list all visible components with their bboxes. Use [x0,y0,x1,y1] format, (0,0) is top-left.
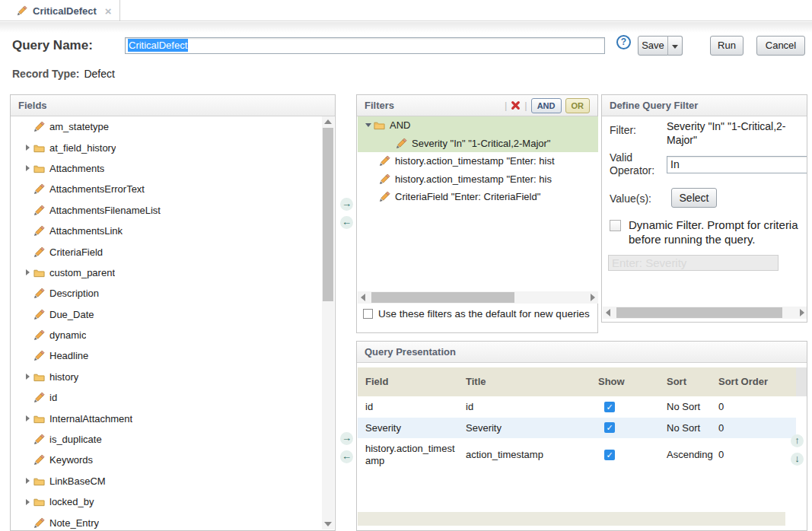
cell-sort[interactable]: Ascending [661,438,715,471]
and-operator-button[interactable]: AND [531,98,562,113]
fields-item-CriteriaField[interactable]: CriteriaField [11,241,321,262]
fields-item-custom_parent[interactable]: custom_parent [11,262,321,283]
filters-tree: ANDSeverity "In" "1-Critical,2-Major"his… [358,116,598,304]
fields-item-Due_Date[interactable]: Due_Date [11,304,321,325]
scroll-up-icon[interactable] [322,116,334,127]
fields-item-history[interactable]: history [11,367,321,387]
fields-item-at_field_history[interactable]: at_field_history [11,137,321,157]
filter-node[interactable]: history.action_timestamp "Enter: his [358,170,598,189]
filters-hscrollbar[interactable] [358,291,598,304]
scroll-down-icon[interactable] [322,519,334,529]
show-checkbox[interactable]: ✓ [604,402,615,412]
fields-item-label: CriteriaField [49,246,103,258]
filter-value: Severity "In" "1-Critical,2-Major" [667,119,807,147]
filter-node[interactable]: CriteriaField "Enter: CriteriaField" [358,188,598,206]
help-icon[interactable]: ? [616,35,631,49]
collapse-icon[interactable] [362,123,374,127]
define-hscrollbar[interactable] [603,307,807,319]
save-dropdown-button[interactable] [667,36,683,56]
expand-icon[interactable] [22,499,33,505]
run-button[interactable]: Run [710,36,744,56]
cell-sort-order[interactable]: 0 [715,418,796,439]
remove-filter-arrow-icon[interactable]: ← [340,216,353,229]
fields-item-Description[interactable]: Description [11,283,321,304]
filters-hscrollbar-thumb[interactable] [371,292,514,303]
fields-panel: Fields am_statetypeat_field_historyAttac… [10,94,336,531]
pencil-icon [33,309,45,320]
filter-node-label: history.action_timestamp "Enter: his [395,173,552,185]
fields-item-id[interactable]: id [11,387,321,408]
presentation-row[interactable]: idid✓No Sort0 [358,396,796,418]
pencil-icon [33,434,45,445]
remove-display-field-arrow-icon[interactable]: ← [340,450,353,463]
fields-item-Attachments[interactable]: Attachments [11,158,321,179]
cell-sort[interactable]: No Sort [661,418,715,439]
query-name-input[interactable]: CriticalDefect [125,37,605,54]
fields-item-locked_by[interactable]: locked_by [11,491,321,512]
default-filters-checkbox[interactable] [363,309,373,319]
filter-node-label: CriteriaField "Enter: CriteriaField" [395,191,540,202]
tab-criticaldefect[interactable]: CriticalDefect × [6,0,120,21]
expand-icon[interactable] [22,374,33,380]
define-query-filter-panel: Define Query Filter Filter: Severity "In… [601,94,807,323]
cell-title: action_timestamp [458,438,584,471]
presentation-row[interactable]: SeveritySeverity✓No Sort0 [358,418,796,439]
fields-scrollbar[interactable] [322,116,334,529]
fields-item-Keywords[interactable]: Keywords [11,450,321,470]
cancel-button[interactable]: Cancel [756,36,805,56]
dynamic-filter-checkbox[interactable] [610,220,621,231]
fields-item-is_duplicate[interactable]: is_duplicate [11,429,321,450]
expand-icon[interactable] [22,269,33,275]
fields-item-Note_Entry[interactable]: Note_Entry [11,512,321,530]
cell-sort[interactable]: No Sort [661,396,715,418]
cell-sort-order[interactable]: 0 [715,396,796,418]
cell-sort-order[interactable]: 0 [715,438,796,471]
save-button[interactable]: Save [638,36,668,56]
presentation-row[interactable]: history.action_timestampaction_timestamp… [358,438,796,471]
scroll-right-icon[interactable] [588,291,598,304]
fields-item-LinkBaseCM[interactable]: LinkBaseCM [11,471,321,491]
pencil-icon [396,138,407,149]
fields-item-label: Headline [49,350,88,361]
expand-icon[interactable] [22,415,33,421]
tab-title: CriticalDefect [33,5,97,17]
select-values-button[interactable]: Select [671,188,717,208]
fields-item-label: am_statetype [49,121,109,132]
scroll-right-icon[interactable] [797,307,807,319]
fields-item-InternalAttachment[interactable]: InternalAttachment [11,408,321,428]
tab-close-icon[interactable]: × [105,5,112,17]
fields-item-Headline[interactable]: Headline [11,345,321,366]
show-checkbox[interactable]: ✓ [604,422,615,433]
scroll-left-icon[interactable] [358,291,368,304]
fields-item-AttachmentsErrorText[interactable]: AttachmentsErrorText [11,179,321,199]
expand-icon[interactable] [22,165,33,171]
default-filters-label: Use these filters as the default for new… [378,308,590,320]
or-operator-button[interactable]: OR [565,98,591,113]
filter-node[interactable]: Severity "In" "1-Critical,2-Major" [358,135,598,153]
fields-item-label: Note_Entry [49,517,99,529]
expand-icon[interactable] [22,145,33,151]
presentation-rows: idid✓No Sort0SeveritySeverity✓No Sort0hi… [358,396,796,471]
fields-item-dynamic[interactable]: dynamic [11,325,321,345]
fields-item-label: is_duplicate [49,434,102,445]
fields-item-label: AttachmentsFilenameList [49,205,161,216]
move-up-arrow-icon[interactable]: ↑ [791,434,804,447]
define-hscrollbar-thumb[interactable] [616,307,782,318]
fields-item-AttachmentsLink[interactable]: AttachmentsLink [11,221,321,241]
delete-filter-icon[interactable] [511,100,521,110]
show-checkbox[interactable]: ✓ [604,450,615,460]
filter-node[interactable]: AND [358,116,598,135]
fields-scrollbar-thumb[interactable] [323,128,333,301]
pencil-icon [33,517,45,529]
filter-node[interactable]: history.action_timestamp "Enter: hist [358,152,598,170]
expand-icon[interactable] [22,478,33,484]
valid-operator-input[interactable]: In [667,156,807,173]
fields-item-am_statetype[interactable]: am_statetype [11,116,321,137]
add-filter-arrow-icon[interactable]: → [340,198,353,211]
fields-item-AttachmentsFilenameList[interactable]: AttachmentsFilenameList [11,200,321,221]
scroll-left-icon[interactable] [603,307,613,319]
folder-icon [33,267,45,278]
move-down-arrow-icon[interactable]: ↓ [791,453,804,466]
add-display-field-arrow-icon[interactable]: → [340,432,353,445]
fields-list: am_statetypeat_field_historyAttachmentsA… [11,116,321,530]
